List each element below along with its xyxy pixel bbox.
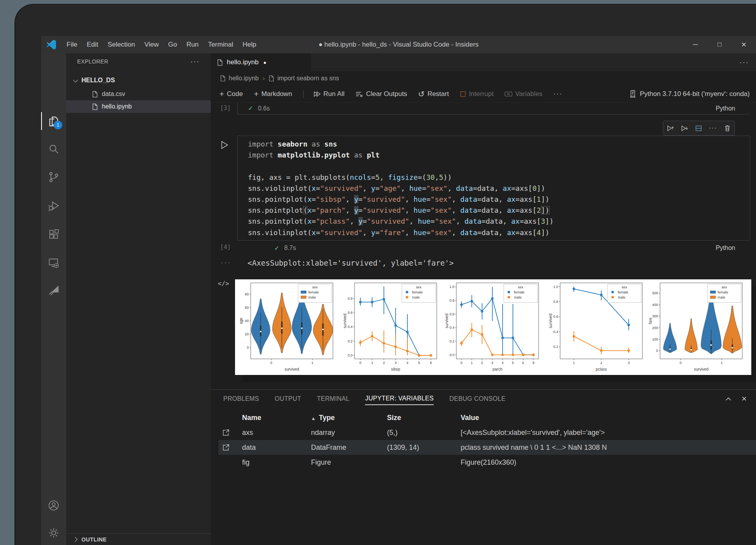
variables-button[interactable]: Variables <box>505 90 543 98</box>
toolbar-more-icon[interactable]: ··· <box>553 90 562 98</box>
add-markdown-cell-button[interactable]: + Markdown <box>254 89 292 99</box>
editor-actions-more-icon[interactable]: ··· <box>740 53 749 71</box>
remote-explorer-icon[interactable] <box>48 257 60 269</box>
svg-text:0: 0 <box>656 349 658 353</box>
cell3-status-bar: ✓ 0.6s Python <box>237 103 750 114</box>
run-all-button[interactable]: Run All <box>313 90 345 98</box>
svg-text:1: 1 <box>721 361 723 365</box>
table-row[interactable]: data DataFrame (1309, 14) pclass survive… <box>219 440 756 455</box>
svg-text:0: 0 <box>461 361 463 365</box>
col-name[interactable]: Name <box>236 414 305 422</box>
split-cell-icon[interactable] <box>695 125 702 132</box>
window-controls: ─ □ × <box>683 36 756 53</box>
tab-debug-console[interactable]: DEBUG CONSOLE <box>449 393 506 405</box>
delete-cell-icon[interactable] <box>724 125 731 132</box>
code-cell[interactable]: import seaborn as snsimport matplotlib.p… <box>237 136 750 241</box>
menu-go[interactable]: Go <box>163 41 182 49</box>
svg-text:5: 5 <box>512 361 514 365</box>
col-value[interactable]: Value <box>454 414 756 422</box>
code-editor[interactable]: import seaborn as snsimport matplotlib.p… <box>248 139 750 238</box>
svg-text:1.0: 1.0 <box>449 285 454 289</box>
col-type[interactable]: ▲Type <box>305 414 381 422</box>
active-indicator <box>41 112 42 130</box>
tree-item-datacsv[interactable]: data.csv <box>66 88 211 100</box>
source-control-icon[interactable] <box>48 171 60 183</box>
restart-icon: ↺ <box>418 89 425 99</box>
table-header: Name ▲Type Size Value <box>219 410 756 425</box>
outline-section[interactable]: OUTLINE <box>66 533 211 545</box>
close-button[interactable]: × <box>732 36 756 53</box>
toolbar-divider <box>303 90 304 98</box>
settings-gear-icon[interactable] <box>48 527 60 539</box>
variables-table: Name ▲Type Size Value axs ndarray <box>219 410 756 470</box>
breadcrumb-file[interactable]: hello.ipynb <box>229 75 259 82</box>
run-cell-button[interactable] <box>219 140 229 151</box>
pointplot-sibsp: 0.00.20.40.60.80123458sibspsurvivedsexfe… <box>343 281 441 374</box>
clear-outputs-button[interactable]: Clear Outputs <box>355 90 407 98</box>
menu-file[interactable]: File <box>62 41 82 49</box>
sidebar-more-icon[interactable]: ··· <box>190 58 200 66</box>
account-icon[interactable] <box>48 500 60 511</box>
cell3-language[interactable]: Python <box>716 105 750 112</box>
table-row[interactable]: fig Figure Figure(2160x360) <box>219 455 756 470</box>
run-below-icon[interactable] <box>681 125 688 132</box>
svg-text:male: male <box>308 295 316 299</box>
svg-text:0: 0 <box>359 361 361 365</box>
execution-count-4: [4] <box>220 244 231 251</box>
run-debug-icon[interactable] <box>48 200 60 212</box>
maximize-button[interactable]: □ <box>707 36 732 53</box>
sort-asc-icon: ▲ <box>311 416 316 421</box>
minimize-button[interactable]: ─ <box>683 36 707 53</box>
svg-text:female: female <box>412 290 423 294</box>
svg-text:0.2: 0.2 <box>347 339 353 343</box>
svg-text:200: 200 <box>652 326 658 330</box>
svg-text:0.6: 0.6 <box>449 312 454 316</box>
breadcrumb-symbol[interactable]: import seaborn as sns <box>277 75 339 82</box>
run-above-icon[interactable] <box>667 125 674 132</box>
kernel-picker[interactable]: Python 3.7.10 64-bit ('myenv': conda) <box>629 90 756 98</box>
interrupt-button[interactable]: Interrupt <box>460 90 494 98</box>
cell4-language[interactable]: Python <box>716 244 750 252</box>
svg-text:0: 0 <box>680 361 682 365</box>
cell3-exec-time: 0.6s <box>258 105 269 112</box>
panel-close-icon[interactable]: × <box>742 394 747 404</box>
tab-problems[interactable]: PROBLEMS <box>223 393 259 405</box>
tab-helloipynb[interactable]: hello.ipynb ● <box>211 53 311 71</box>
menu-edit[interactable]: Edit <box>82 41 103 49</box>
svg-text:male: male <box>718 295 725 299</box>
open-in-data-viewer-icon[interactable] <box>219 429 236 436</box>
extensions-icon[interactable] <box>48 228 60 240</box>
menu-terminal[interactable]: Terminal <box>203 41 238 49</box>
col-size[interactable]: Size <box>381 414 454 422</box>
violinplot-age: 02040608001survivedagesexfemalemale <box>239 281 337 374</box>
tab-terminal[interactable]: TERMINAL <box>317 393 349 405</box>
table-row[interactable]: axs ndarray (5,) [<AxesSubplot:xlabel='s… <box>219 425 756 440</box>
tree-item-helloipynb[interactable]: hello.ipynb <box>66 100 211 113</box>
publish-triangle-icon[interactable] <box>48 284 60 296</box>
menu-selection[interactable]: Selection <box>103 41 140 49</box>
cell-more-icon[interactable]: ··· <box>709 125 718 132</box>
svg-text:0.4: 0.4 <box>347 325 353 329</box>
svg-text:survived: survived <box>445 313 449 328</box>
svg-text:survived: survived <box>284 367 299 371</box>
menu-view[interactable]: View <box>140 41 164 49</box>
svg-text:male: male <box>412 295 420 299</box>
svg-text:age: age <box>239 317 243 324</box>
search-icon[interactable] <box>48 143 60 155</box>
chevron-right-icon <box>72 537 78 542</box>
tab-output[interactable]: OUTPUT <box>275 393 301 405</box>
add-code-cell-button[interactable]: + Code <box>219 89 243 99</box>
vscode-window: File Edit Selection View Go Run Terminal… <box>41 36 756 545</box>
svg-text:0.0: 0.0 <box>347 353 353 357</box>
menu-run[interactable]: Run <box>182 41 203 49</box>
tree-root-helloDS[interactable]: HELLO_DS <box>66 74 211 86</box>
svg-text:2: 2 <box>600 361 602 365</box>
tab-jupyter-variables[interactable]: JUPYTER: VARIABLES <box>365 393 434 405</box>
svg-text:500: 500 <box>652 291 658 295</box>
svg-text:0.8: 0.8 <box>553 300 558 304</box>
menu-help[interactable]: Help <box>238 41 261 49</box>
restart-button[interactable]: ↺ Restart <box>418 89 449 99</box>
open-in-data-viewer-icon[interactable] <box>219 444 236 451</box>
panel-maximize-icon[interactable] <box>725 395 731 402</box>
svg-text:4: 4 <box>406 361 408 365</box>
